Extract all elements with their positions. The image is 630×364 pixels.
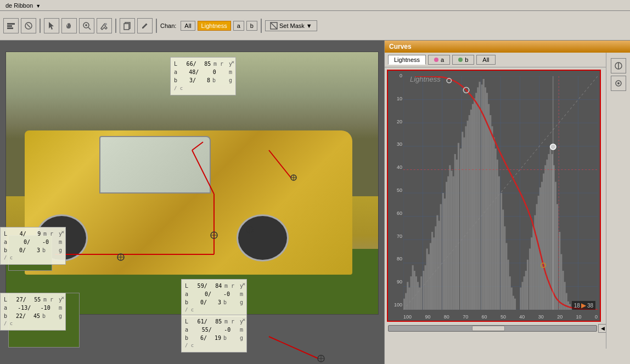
probe-close-1[interactable]: ✕ <box>232 59 234 66</box>
svg-rect-144 <box>556 204 558 310</box>
y-0: 0 <box>389 73 402 78</box>
svg-rect-78 <box>436 215 438 310</box>
svg-rect-121 <box>513 296 514 310</box>
x-0: 0 <box>595 314 598 320</box>
svg-point-9 <box>105 23 107 25</box>
probe-close-4[interactable]: ✕ <box>243 316 245 324</box>
svg-rect-103 <box>481 84 483 310</box>
tool-copy[interactable] <box>120 18 135 33</box>
svg-rect-143 <box>555 182 556 310</box>
svg-rect-95 <box>467 121 469 310</box>
toolbar: Chan: All Lightness a b Set Mask ▼ <box>0 11 630 41</box>
y-axis: 0 10 20 30 40 50 60 70 80 90 100 <box>389 71 402 310</box>
svg-rect-75 <box>431 232 433 310</box>
curves-panel: Curves Lightness a b All 0 <box>384 41 630 364</box>
probe-close-3[interactable]: ✕ <box>243 281 245 288</box>
set-mask-button[interactable]: Set Mask ▼ <box>265 20 317 31</box>
tool-hand[interactable] <box>61 18 77 33</box>
svg-line-4 <box>27 24 30 27</box>
tab-b[interactable]: b <box>452 55 474 65</box>
image-panel[interactable]: ✕ L 66/85 mry a 48/0 m b 3/8 b g / c ✕ <box>0 41 384 364</box>
svg-rect-129 <box>531 237 532 310</box>
strip-btn-2[interactable] <box>611 76 626 91</box>
range-indicator: 18 ▶ 38 <box>572 301 595 310</box>
tab-all-label: All <box>482 56 489 63</box>
menu-item-ribbon[interactable]: de Ribbon ▼ <box>2 2 44 9</box>
tool-pointer[interactable] <box>44 18 59 33</box>
x-70: 70 <box>463 314 468 320</box>
svg-rect-149 <box>566 293 567 310</box>
x-20: 20 <box>557 314 562 320</box>
svg-rect-63 <box>410 276 412 310</box>
x-50: 50 <box>500 314 506 320</box>
separator-3 <box>156 19 157 33</box>
svg-rect-96 <box>469 115 470 310</box>
tab-lightness-label: Lightness <box>394 56 420 63</box>
y-60: 60 <box>389 211 402 216</box>
tab-b-dot <box>458 58 463 62</box>
svg-rect-90 <box>458 143 459 310</box>
svg-rect-112 <box>497 160 498 310</box>
svg-rect-138 <box>546 160 548 310</box>
svg-rect-93 <box>463 138 465 310</box>
tab-a-dot <box>434 58 438 62</box>
channel-b[interactable]: b <box>246 21 257 31</box>
svg-rect-130 <box>532 226 534 310</box>
tab-all[interactable]: All <box>476 55 495 65</box>
curves-graph[interactable]: 0 10 20 30 40 50 60 70 80 90 100 Lightne… <box>387 70 601 322</box>
x-80: 80 <box>444 314 449 320</box>
svg-rect-122 <box>514 299 516 310</box>
svg-line-21 <box>269 337 318 359</box>
separator-1 <box>40 19 41 33</box>
svg-rect-72 <box>426 248 428 310</box>
svg-rect-67 <box>417 282 419 310</box>
separator-2 <box>115 19 116 33</box>
curves-title: Curves <box>385 41 630 53</box>
svg-rect-146 <box>560 254 562 310</box>
svg-rect-116 <box>504 226 505 310</box>
tool-curves[interactable] <box>21 18 36 33</box>
probe-close-2[interactable]: ✕ <box>61 229 64 236</box>
svg-rect-81 <box>442 193 444 310</box>
svg-rect-101 <box>477 87 479 310</box>
y-30: 30 <box>389 141 402 147</box>
tab-a[interactable]: a <box>428 55 450 65</box>
svg-rect-123 <box>520 287 521 310</box>
svg-rect-110 <box>493 138 494 310</box>
tool-edit[interactable] <box>137 18 153 33</box>
svg-rect-107 <box>488 104 490 310</box>
tab-lightness[interactable]: Lightness <box>388 55 426 65</box>
curves-graph-container: 0 10 20 30 40 50 60 70 80 90 100 Lightne… <box>385 67 630 335</box>
svg-rect-100 <box>475 93 477 310</box>
svg-rect-135 <box>541 182 543 310</box>
range-arrow: ▶ <box>581 302 586 309</box>
scroll-thumb[interactable] <box>472 326 505 331</box>
scrollbar[interactable] <box>388 325 597 332</box>
svg-rect-109 <box>491 126 493 310</box>
set-mask-arrow: ▼ <box>306 22 312 29</box>
y-20: 20 <box>389 119 402 124</box>
tool-zoom[interactable] <box>79 18 94 33</box>
y-10: 10 <box>389 96 402 101</box>
svg-rect-69 <box>420 276 422 310</box>
probe-close-5[interactable]: ✕ <box>61 294 64 302</box>
probe-box-5: ✕ L 27/55 mry a -13/-10 m b 22/45 b g / … <box>0 293 66 331</box>
x-100: 100 <box>403 314 412 320</box>
svg-rect-73 <box>428 254 430 310</box>
channel-all[interactable]: All <box>181 21 195 31</box>
svg-line-6 <box>88 27 91 30</box>
tool-levels[interactable] <box>3 18 19 33</box>
svg-rect-99 <box>474 99 475 310</box>
svg-rect-113 <box>498 177 500 310</box>
svg-rect-82 <box>444 198 446 310</box>
svg-rect-97 <box>470 110 472 310</box>
tool-dropper[interactable] <box>97 18 112 33</box>
svg-point-34 <box>318 355 324 362</box>
strip-btn-1[interactable] <box>611 58 626 73</box>
svg-rect-127 <box>527 260 528 310</box>
channel-a[interactable]: a <box>233 21 244 31</box>
curves-title-text: Curves <box>389 43 412 50</box>
channel-lightness[interactable]: Lightness <box>198 21 231 31</box>
y-40: 40 <box>389 164 402 170</box>
svg-point-160 <box>550 144 556 150</box>
